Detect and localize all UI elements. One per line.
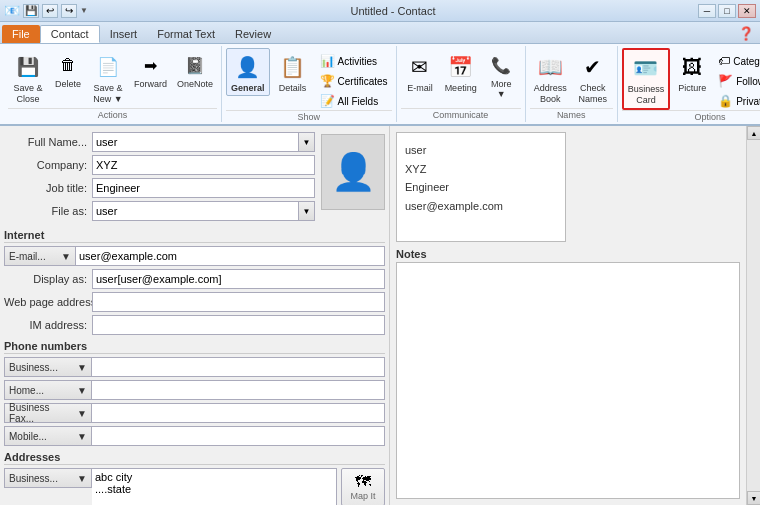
save-close-button[interactable]: 💾 Save &Close (8, 48, 48, 108)
business-card-button[interactable]: 🪪 BusinessCard (622, 48, 671, 110)
mobile-input[interactable] (92, 426, 385, 446)
options-label: Options (622, 110, 760, 122)
scroll-down-button[interactable]: ▼ (747, 491, 760, 505)
qa-dropdown[interactable]: ▼ (80, 6, 88, 15)
bc-line4: user@example.com (405, 197, 557, 216)
fileas-input[interactable] (92, 201, 299, 221)
close-button[interactable]: ✕ (738, 4, 756, 18)
address-book-button[interactable]: 📖 AddressBook (530, 48, 571, 108)
address-row: Business...▼ abc city ....state 🗺 Map It (4, 468, 385, 505)
save-new-button[interactable]: 📄 Save &New ▼ (88, 48, 128, 108)
displayas-input[interactable] (92, 269, 385, 289)
company-label: Company: (4, 159, 92, 171)
ribbon-group-names: 📖 AddressBook ✔ CheckNames Names (526, 46, 618, 122)
tab-review[interactable]: Review (225, 25, 281, 43)
email-input[interactable] (76, 246, 385, 266)
fileas-label: File as: (4, 205, 92, 217)
actions-label: Actions (8, 108, 217, 120)
address-type-dropdown[interactable]: Business...▼ (4, 468, 92, 488)
fullname-input[interactable] (92, 132, 299, 152)
fileas-row: File as: ▼ (4, 201, 315, 221)
meeting-button[interactable]: 📅 Meeting (441, 48, 480, 96)
jobtitle-input[interactable] (92, 178, 315, 198)
ribbon-group-options: 🪪 BusinessCard 🖼 Picture 🏷 Categorize ▼ … (618, 46, 760, 122)
business-phone-row: Business...▼ (4, 357, 385, 377)
notes-section: Notes (396, 248, 740, 499)
certificates-button[interactable]: 🏆 Certificates (316, 72, 392, 90)
company-input[interactable] (92, 155, 315, 175)
business-phone-input[interactable] (92, 357, 385, 377)
fullname-row: Full Name... ▼ (4, 132, 315, 152)
scrollbar[interactable]: ▲ ▼ (746, 126, 760, 505)
email-row: E-mail...▼ (4, 246, 385, 266)
im-input[interactable] (92, 315, 385, 335)
tab-file[interactable]: File (2, 25, 40, 43)
communicate-label: Communicate (401, 108, 521, 120)
business-phone-dropdown[interactable]: Business...▼ (4, 357, 92, 377)
internet-header: Internet (4, 229, 385, 243)
bc-line3: Engineer (405, 178, 557, 197)
help-icon[interactable]: ❓ (732, 26, 760, 43)
ribbon-group-show: 👤 General 📋 Details 📊 Activities 🏆 Certi… (222, 46, 397, 122)
map-button[interactable]: 🗺 Map It (341, 468, 385, 505)
webpage-label: Web page address: (4, 296, 92, 308)
maximize-button[interactable]: □ (718, 4, 736, 18)
businessfax-input[interactable] (92, 403, 385, 423)
qa-save[interactable]: 💾 (23, 4, 39, 18)
mobile-dropdown[interactable]: Mobile...▼ (4, 426, 92, 446)
jobtitle-row: Job title: (4, 178, 315, 198)
business-card-display: user XYZ Engineer user@example.com (396, 132, 566, 242)
scroll-up-button[interactable]: ▲ (747, 126, 760, 140)
window-title: Untitled - Contact (350, 5, 435, 17)
all-fields-button[interactable]: 📝 All Fields (316, 92, 392, 110)
im-label: IM address: (4, 319, 92, 331)
address-input[interactable]: abc city ....state (92, 468, 337, 505)
qa-undo[interactable]: ↩ (42, 4, 58, 18)
bc-line1: user (405, 141, 557, 160)
ribbon-tabs: File Contact Insert Format Text Review ❓ (0, 22, 760, 44)
activities-button[interactable]: 📊 Activities (316, 52, 392, 70)
email-dropdown-button[interactable]: E-mail...▼ (4, 246, 76, 266)
notes-area[interactable] (396, 262, 740, 499)
right-panel: user XYZ Engineer user@example.com Notes (390, 126, 746, 505)
check-names-button[interactable]: ✔ CheckNames (573, 48, 613, 108)
private-button[interactable]: 🔒 Private (714, 92, 760, 110)
fullname-expand-button[interactable]: ▼ (299, 132, 315, 152)
fileas-dropdown[interactable]: ▼ (299, 201, 315, 221)
displayas-row: Display as: (4, 269, 385, 289)
mobile-row: Mobile...▼ (4, 426, 385, 446)
followup-button[interactable]: 🚩 Follow Up ▼ (714, 72, 760, 90)
fullname-label: Full Name... (4, 136, 92, 148)
ribbon-group-communicate: ✉ E-mail 📅 Meeting 📞 More ▼ Communicate (397, 46, 526, 122)
jobtitle-label: Job title: (4, 182, 92, 194)
businessfax-row: Business Fax...▼ (4, 403, 385, 423)
details-button[interactable]: 📋 Details (272, 48, 314, 96)
email-button[interactable]: ✉ E-mail (401, 48, 440, 96)
forward-button[interactable]: ➡ Forward (130, 48, 171, 92)
general-button[interactable]: 👤 General (226, 48, 270, 96)
form-panel: Full Name... ▼ Company: Job title: (0, 126, 390, 505)
home-phone-dropdown[interactable]: Home...▼ (4, 380, 92, 400)
qa-redo[interactable]: ↪ (61, 4, 77, 18)
businessfax-dropdown[interactable]: Business Fax...▼ (4, 403, 92, 423)
bc-line2: XYZ (405, 160, 557, 179)
im-row: IM address: (4, 315, 385, 335)
home-phone-input[interactable] (92, 380, 385, 400)
tab-format-text[interactable]: Format Text (147, 25, 225, 43)
delete-button[interactable]: 🗑 Delete (50, 48, 86, 92)
more-button[interactable]: 📞 More ▼ (482, 48, 521, 102)
ribbon: 💾 Save &Close 🗑 Delete 📄 Save &New ▼ ➡ F… (0, 44, 760, 126)
company-row: Company: (4, 155, 315, 175)
tab-contact[interactable]: Contact (40, 25, 100, 43)
webpage-input[interactable] (92, 292, 385, 312)
app-icon: 📧 (4, 3, 20, 18)
categorize-button[interactable]: 🏷 Categorize ▼ (714, 52, 760, 70)
picture-button[interactable]: 🖼 Picture (672, 48, 712, 96)
minimize-button[interactable]: ─ (698, 4, 716, 18)
addresses-header: Addresses (4, 451, 385, 465)
notes-label: Notes (396, 248, 740, 260)
titlebar: 📧 💾 ↩ ↪ ▼ Untitled - Contact ─ □ ✕ (0, 0, 760, 22)
onenote-button[interactable]: 📓 OneNote (173, 48, 217, 92)
tab-insert[interactable]: Insert (100, 25, 148, 43)
webpage-row: Web page address: (4, 292, 385, 312)
